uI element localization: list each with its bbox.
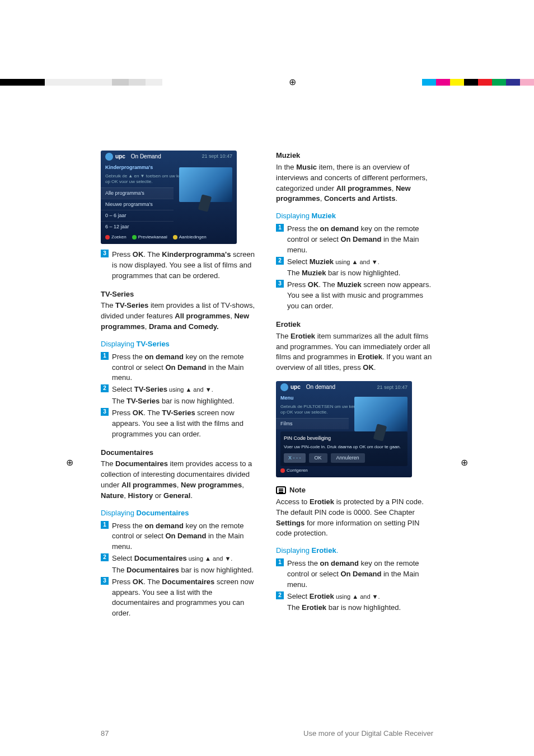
tvseries-para: The TV-Series item provides a list of TV… <box>101 300 258 332</box>
note-icon <box>276 486 286 494</box>
tv-step-3: 3Press OK. The TV-Series screen now appe… <box>101 408 258 440</box>
ss-brand: upc <box>115 153 125 161</box>
left-column: upc On Demand 21 sept 10:47 Kinderprogra… <box>101 151 258 620</box>
pin-box: PIN Code beveiliging Voer uw PIN-code in… <box>280 431 407 466</box>
tv-step-1: 1Press the on demand key on the remote c… <box>101 352 258 384</box>
pin-cancel: Annuleren <box>331 453 365 463</box>
doc-step-3: 3Press OK. The Documentaires screen now … <box>101 577 258 619</box>
registration-mark-icon: ⊕ <box>289 77 296 87</box>
er-step-2b: The Erotiek bar is now highlighted. <box>287 603 433 613</box>
note-label: Note <box>289 485 306 496</box>
content-columns: upc On Demand 21 sept 10:47 Kinderprogra… <box>0 89 534 620</box>
tvseries-heading: TV-Series <box>101 289 258 300</box>
pin-field: X - - - <box>284 453 306 463</box>
mz-step-3: 3Press OK. The Muziek screen now appears… <box>276 280 433 312</box>
thumbnail-surf <box>179 167 232 202</box>
docs-heading: Documentaires <box>101 448 258 458</box>
upc-logo-icon <box>105 153 113 161</box>
ss-row: Alle programma's <box>101 187 174 199</box>
er-step-1: 1Press the on demand key on the remote c… <box>276 558 433 590</box>
muziek-para: In the Music item, there is an overview … <box>276 162 433 204</box>
note-heading: Note <box>276 485 433 496</box>
yellow-dot-icon <box>173 235 177 240</box>
disp-docs: Displaying Documentaires <box>101 508 258 519</box>
disp-tvseries: Displaying TV-Series <box>101 339 258 350</box>
note-para: Access to Erotiek is protected by a PIN … <box>276 497 433 539</box>
registration-mark-right: ⊕ <box>461 456 468 469</box>
ss-title: On Demand <box>131 153 161 161</box>
tv-step-2: 2Select TV-Series using ▲ and ▼. <box>101 384 258 395</box>
right-column: Muziek In the Music item, there is an ov… <box>276 151 433 620</box>
crop-left-bars <box>0 79 162 86</box>
pin-ok: OK <box>309 453 327 463</box>
ss2-row: Films <box>276 418 349 429</box>
pin-help: Voer uw PIN-code in. Druk daarna op OK o… <box>284 444 404 450</box>
screenshot-pin: upc On demand 21 sept 10:47 Menu Gebruik… <box>276 381 412 477</box>
ss2-footer: Corrigeren <box>280 467 407 474</box>
ss-row: 6 – 12 jaar <box>101 221 174 232</box>
green-dot-icon <box>132 235 137 240</box>
mz-step-2: 2Select Muziek using ▲ and ▼. <box>276 257 433 267</box>
registration-mark-left: ⊕ <box>66 456 73 469</box>
red-dot-icon <box>280 468 285 473</box>
page-number: 87 <box>101 729 109 739</box>
page-footer: 87 Use more of your Digital Cable Receiv… <box>0 729 534 739</box>
docs-para: The Documentaires item provides access t… <box>101 459 258 501</box>
red-dot-icon <box>105 235 110 240</box>
section-title: Use more of your Digital Cable Receiver <box>303 729 433 739</box>
step-badge: 3 <box>101 250 109 257</box>
thumbnail-surf <box>354 397 407 431</box>
doc-step-1: 1Press the on demand key on the remote c… <box>101 521 258 553</box>
pin-title: PIN Code beveiliging <box>284 435 404 442</box>
mz-step-1: 1Press the on demand key on the remote c… <box>276 224 433 256</box>
screenshot-kinderprogrammas: upc On Demand 21 sept 10:47 Kinderprogra… <box>101 151 237 244</box>
muziek-heading: Muziek <box>276 151 433 161</box>
disp-erotiek: Displaying Erotiek. <box>276 546 433 556</box>
tv-step-2b: The TV-Series bar is now highlighted. <box>112 396 258 407</box>
er-step-2: 2Select Erotiek using ▲ and ▼. <box>276 591 433 602</box>
upc-logo-icon <box>280 383 288 391</box>
crop-marks-top: ⊕ <box>0 76 534 89</box>
doc-step-2b: The Documentaires bar is now highlighted… <box>112 565 258 576</box>
erotiek-heading: Erotiek <box>276 320 433 330</box>
crop-right-colors <box>422 79 534 86</box>
ss-row: 0 – 6 jaar <box>101 210 174 221</box>
erotiek-para: The Erotiek item summarizes all the adul… <box>276 331 433 373</box>
mz-step-2b: The Muziek bar is now highlighted. <box>287 268 433 279</box>
ss-row: Nieuwe programma's <box>101 199 174 210</box>
doc-step-2: 2Select Documentaires using ▲ and ▼. <box>101 553 258 564</box>
ss-time: 21 sept 10:47 <box>202 153 232 160</box>
page: ⊕ upc On Demand 21 sept 10:47 Kinderprog… <box>0 76 534 756</box>
step-3-kinder: 3 Press OK. The Kinderprogramma's screen… <box>101 250 258 281</box>
ss-footer: Zoeken Previewkanaal Aanbiedingen <box>105 234 232 241</box>
disp-muziek: Displaying Muziek <box>276 211 433 222</box>
